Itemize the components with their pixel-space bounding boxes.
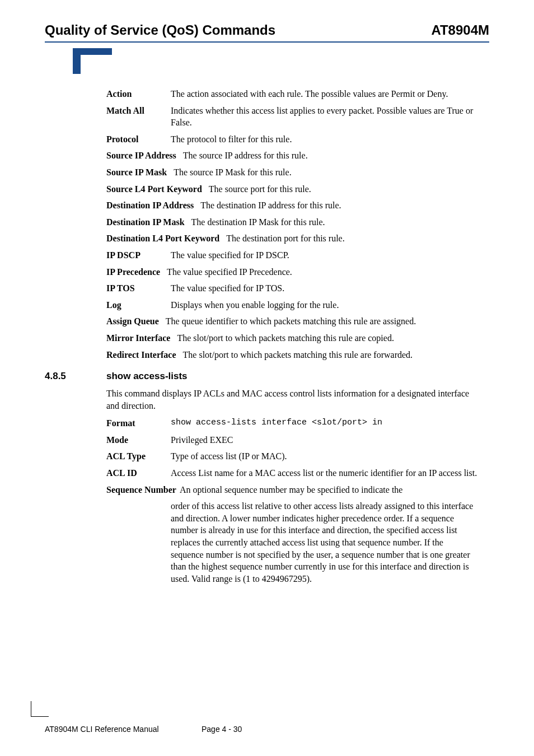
def-dstport: Destination L4 Port Keyword The destinat… (106, 232, 478, 245)
term-redirect: Redirect Interface (106, 349, 180, 361)
page-header: Quality of Service (QoS) Commands AT8904… (45, 22, 489, 38)
def-srcip: Source IP Address The source IP address … (106, 150, 478, 162)
def-prec: IP Precedence The value specified IP Pre… (106, 266, 478, 278)
desc-seq-rest: order of this access list relative to ot… (171, 500, 478, 585)
term-format: Format (106, 417, 171, 430)
desc-log: Displays when you enable logging for the… (171, 299, 478, 311)
desc-mode: Privileged EXEC (171, 434, 478, 446)
def-dstmask: Destination IP Mask The destination IP M… (106, 216, 478, 228)
section-number: 4.8.5 (45, 371, 106, 382)
desc-dstmask: The destination IP Mask for this rule. (188, 216, 478, 228)
term-aclid: ACL ID (106, 467, 171, 479)
def-dscp: IP DSCP The value specified for IP DSCP. (106, 249, 478, 262)
desc-dstip: The destination IP address for this rule… (197, 199, 478, 212)
desc-srcport: The source port for this rule. (205, 183, 478, 195)
term-mode: Mode (106, 434, 171, 446)
def-assignq: Assign Queue The queue identifier to whi… (106, 315, 478, 328)
def-mirror: Mirror Interface The slot/port to which … (106, 332, 478, 344)
desc-redirect: The slot/port to which packets matching … (180, 349, 478, 361)
section-title: show access-lists (106, 371, 188, 382)
term-prec: IP Precedence (106, 266, 163, 278)
def-aclid: ACL ID Access List name for a MAC access… (106, 467, 478, 479)
section-heading: 4.8.5 show access-lists (106, 371, 478, 382)
desc-tos: The value specified for IP TOS. (171, 282, 478, 295)
def-tos: IP TOS The value specified for IP TOS. (106, 282, 478, 295)
def-seq: Sequence Number An optional sequence num… (106, 484, 478, 585)
def-matchall: Match All Indicates whether this access … (106, 105, 478, 129)
desc-mirror: The slot/port to which packets matching … (174, 332, 478, 344)
def-srcmask: Source IP Mask The source IP Mask for th… (106, 166, 478, 179)
desc-srcmask: The source IP Mask for this rule. (170, 166, 478, 179)
desc-acltype: Type of access list (IP or MAC). (171, 450, 478, 463)
term-dstip: Destination IP Address (106, 199, 197, 212)
term-srcmask: Source IP Mask (106, 166, 170, 179)
desc-aclid: Access List name for a MAC access list o… (171, 467, 478, 479)
main-content: Action The action associated with each r… (106, 88, 478, 585)
desc-matchall: Indicates whether this access list appli… (171, 105, 478, 129)
term-dstmask: Destination IP Mask (106, 216, 188, 228)
desc-dscp: The value specified for IP DSCP. (171, 249, 478, 262)
header-rule (45, 41, 489, 43)
term-assignq: Assign Queue (106, 315, 162, 328)
svg-rect-2 (81, 55, 112, 74)
term-seq: Sequence Number (106, 484, 180, 496)
def-action: Action The action associated with each r… (106, 88, 478, 100)
brand-mark-icon (73, 48, 489, 74)
def-srcport: Source L4 Port Keyword The source port f… (106, 183, 478, 195)
term-srcip: Source IP Address (106, 150, 180, 162)
desc-dstport: The destination port for this rule. (223, 232, 478, 245)
term-dstport: Destination L4 Port Keyword (106, 232, 223, 245)
desc-srcip: The source IP address for this rule. (180, 150, 478, 162)
header-title-right: AT8904M (431, 22, 489, 38)
desc-action: The action associated with each rule. Th… (171, 88, 478, 100)
term-log: Log (106, 299, 171, 311)
def-protocol: Protocol The protocol to filter for this… (106, 133, 478, 146)
section-intro: This command displays IP ACLs and MAC ac… (106, 388, 478, 412)
footer-doc-title: AT8904M CLI Reference Manual (45, 725, 202, 734)
def-redirect: Redirect Interface The slot/port to whic… (106, 349, 478, 361)
term-action: Action (106, 88, 171, 100)
desc-seq-lead: An optional sequence number may be speci… (180, 484, 478, 496)
term-mirror: Mirror Interface (106, 332, 174, 344)
desc-prec: The value specified IP Precedence. (163, 266, 478, 278)
desc-protocol: The protocol to filter for this rule. (171, 133, 478, 146)
def-acltype: ACL Type Type of access list (IP or MAC)… (106, 450, 478, 463)
term-tos: IP TOS (106, 282, 171, 295)
def-mode: Mode Privileged EXEC (106, 434, 478, 446)
footer-page-number: Page 4 - 30 (202, 725, 242, 734)
term-matchall: Match All (106, 105, 171, 129)
page-footer: AT8904M CLI Reference Manual Page 4 - 30 (45, 725, 489, 734)
term-srcport: Source L4 Port Keyword (106, 183, 205, 195)
desc-assignq: The queue identifier to which packets ma… (162, 315, 478, 328)
def-log: Log Displays when you enable logging for… (106, 299, 478, 311)
term-protocol: Protocol (106, 133, 171, 146)
header-title-left: Quality of Service (QoS) Commands (45, 22, 275, 38)
term-dscp: IP DSCP (106, 249, 171, 262)
def-dstip: Destination IP Address The destination I… (106, 199, 478, 212)
svg-rect-0 (73, 48, 81, 74)
crop-mark-icon (31, 701, 49, 717)
def-format: Format show access-lists interface <slot… (106, 417, 478, 430)
desc-format: show access-lists interface <slot/port> … (171, 417, 478, 430)
svg-rect-1 (81, 48, 112, 55)
term-acltype: ACL Type (106, 450, 171, 463)
